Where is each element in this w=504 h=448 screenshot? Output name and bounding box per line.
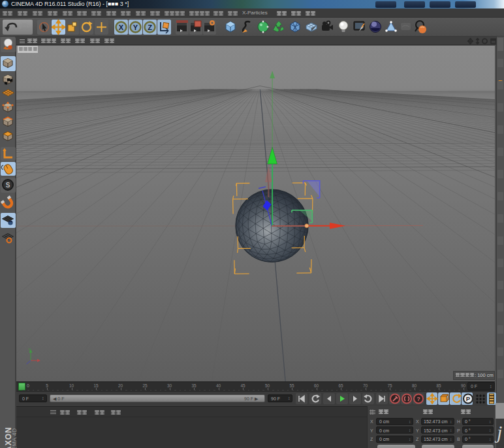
svg-text:S: S bbox=[6, 182, 10, 189]
svg-text:X: X bbox=[119, 24, 124, 31]
svg-text:Y: Y bbox=[28, 347, 31, 351]
svg-text:Y: Y bbox=[133, 24, 138, 31]
svg-text:?: ? bbox=[417, 396, 420, 402]
svg-text:Z: Z bbox=[148, 24, 152, 31]
svg-text:P: P bbox=[466, 395, 471, 402]
